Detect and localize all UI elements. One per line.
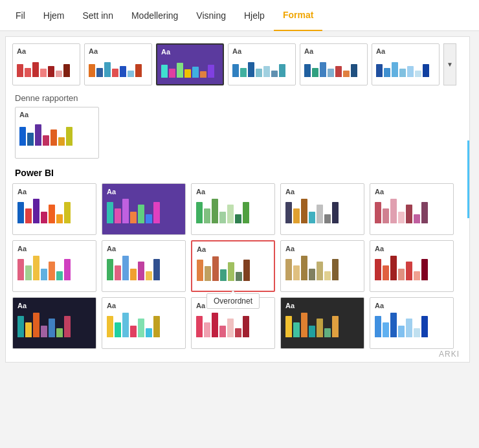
bar-segment <box>383 208 389 223</box>
bar-segment <box>25 322 32 337</box>
top-themes-row: AaAaAaAaAaAa▼ <box>12 43 463 85</box>
bar-segment <box>64 259 71 280</box>
bar-segment <box>17 259 24 280</box>
menu-settinn-label: Sett inn <box>82 10 113 21</box>
bar-segment <box>212 199 218 223</box>
top-theme-card-3[interactable]: Aa <box>228 43 296 85</box>
powerbi-theme-card-14[interactable]: Aa <box>370 297 454 349</box>
bar-segment <box>320 62 326 77</box>
bar-segment <box>423 64 429 77</box>
bar-segment <box>41 212 47 223</box>
bar-segment <box>17 64 23 77</box>
bar-segment <box>33 199 39 223</box>
bar-segment <box>390 256 397 280</box>
powerbi-theme-card-12[interactable]: Aa <box>191 297 275 349</box>
theme-aa-label: Aa <box>304 47 363 55</box>
menu-bar: Fil Hjem Sett inn Modellering Visning Hj… <box>0 0 479 31</box>
bar-segment <box>49 262 55 280</box>
bar-segment <box>107 259 113 280</box>
bar-segment <box>25 265 32 280</box>
bar-segment <box>130 212 137 223</box>
top-theme-card-4[interactable]: Aa <box>300 43 368 85</box>
theme-aa-label: Aa <box>107 245 181 252</box>
powerbi-theme-card-13[interactable]: Aa <box>280 297 364 349</box>
bar-segment <box>256 69 262 77</box>
top-theme-card-1[interactable]: Aa <box>84 43 152 85</box>
bar-segment <box>130 269 137 280</box>
bar-segment <box>421 259 428 280</box>
menu-item-fil[interactable]: Fil <box>6 0 34 31</box>
bar-segment <box>406 319 412 337</box>
powerbi-theme-card-10[interactable]: Aa <box>12 297 96 349</box>
bar-segment <box>35 124 41 146</box>
bar-segment <box>17 202 24 223</box>
powerbi-theme-card-1[interactable]: Aa <box>102 183 186 235</box>
theme-aa-label: Aa <box>285 188 359 196</box>
powerbi-theme-card-8[interactable]: Aa <box>280 240 364 292</box>
menu-item-sett-inn[interactable]: Sett inn <box>73 0 122 31</box>
bar-segment <box>200 71 206 78</box>
bar-segment <box>335 66 342 77</box>
bar-segment <box>383 322 389 337</box>
bar-segment <box>208 65 214 78</box>
theme-aa-label: Aa <box>161 48 219 56</box>
bar-segment <box>41 326 47 337</box>
bar-segment <box>375 316 381 337</box>
bar-segment <box>89 64 95 77</box>
bar-segment <box>343 71 350 77</box>
bar-segment <box>407 66 414 77</box>
bar-segment <box>227 319 234 337</box>
bar-segment <box>279 64 285 77</box>
bar-segment <box>112 69 118 77</box>
bar-segment <box>130 326 137 337</box>
bar-segment <box>384 68 390 77</box>
bar-segment <box>50 129 57 146</box>
bar-segment <box>64 316 71 337</box>
bar-segment <box>115 208 121 223</box>
bar-segment <box>271 71 278 77</box>
scroll-right-button[interactable]: ▼ <box>443 43 456 85</box>
bar-segment <box>421 202 428 223</box>
top-theme-card-2[interactable]: Aa <box>156 43 224 85</box>
bar-segment <box>33 256 39 280</box>
powerbi-theme-card-2[interactable]: Aa <box>191 183 275 235</box>
bar-segment <box>212 256 219 281</box>
bar-segment <box>153 316 160 337</box>
top-theme-card-5[interactable]: Aa <box>372 43 440 85</box>
powerbi-theme-card-3[interactable]: Aa <box>280 183 364 235</box>
bar-segment <box>219 212 226 223</box>
menu-item-hjem[interactable]: Hjem <box>34 0 74 31</box>
bar-segment <box>212 313 218 337</box>
top-theme-card-0[interactable]: Aa <box>12 43 80 85</box>
single-theme-card[interactable]: Aa <box>15 107 99 159</box>
bar-segment <box>285 316 292 337</box>
powerbi-theme-card-9[interactable]: Aa <box>370 240 454 292</box>
bar-segment <box>17 316 24 337</box>
powerbi-theme-card-5[interactable]: Aa <box>12 240 96 292</box>
bar-segment <box>169 69 175 78</box>
blue-accent-line <box>467 140 469 218</box>
powerbi-theme-card-11[interactable]: Aa <box>102 297 186 349</box>
powerbi-theme-card-6[interactable]: Aa <box>102 240 186 292</box>
bar-segment <box>317 205 323 223</box>
menu-hjelp-label: Hjelp <box>244 10 265 21</box>
powerbi-theme-card-4[interactable]: Aa <box>370 183 454 235</box>
powerbi-themes-grid: AaAaAaAaAaAaAaAaOverordnetAaAaAaAaAaAaAa <box>12 183 463 355</box>
bar-segment <box>390 313 397 337</box>
theme-aa-label: Aa <box>285 302 359 309</box>
menu-item-hjelp[interactable]: Hjelp <box>235 0 274 31</box>
section-powerbi-text: Power BI <box>15 168 54 178</box>
bar-segment <box>25 68 31 77</box>
bar-segment <box>398 326 405 337</box>
theme-aa-label: Aa <box>107 302 181 309</box>
menu-format-label: Format <box>283 10 313 20</box>
menu-item-visning[interactable]: Visning <box>187 0 235 31</box>
powerbi-theme-card-0[interactable]: Aa <box>12 183 96 235</box>
menu-item-modellering[interactable]: Modellering <box>122 0 187 31</box>
menu-fil-label: Fil <box>16 10 25 21</box>
powerbi-theme-card-7[interactable]: AaOverordnet <box>191 240 275 292</box>
single-theme-aa: Aa <box>19 111 95 118</box>
theme-aa-label: Aa <box>17 47 76 55</box>
menu-item-format[interactable]: Format <box>274 0 322 31</box>
bar-segment <box>107 202 113 223</box>
